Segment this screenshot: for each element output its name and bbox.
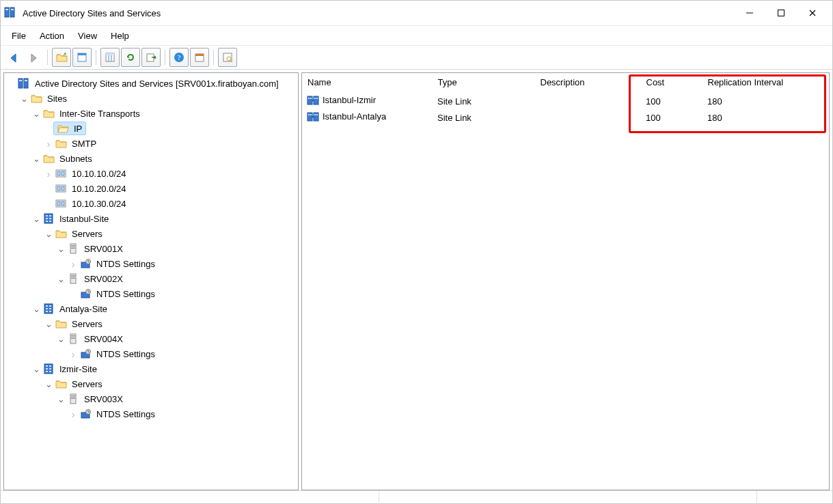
server-icon bbox=[67, 393, 79, 405]
tree-ntds-settings[interactable]: ›NTDS Settings bbox=[67, 256, 298, 271]
col-type[interactable]: Type bbox=[432, 73, 534, 93]
tree-panel[interactable]: Active Directory Sites and Services [SRV… bbox=[3, 72, 299, 490]
cell-name: Istanbul-Antalya bbox=[323, 111, 386, 122]
tree-site-label: Izmir-Site bbox=[57, 363, 99, 375]
tree-ntds-label: NTDS Settings bbox=[94, 348, 157, 360]
folder-icon bbox=[55, 378, 67, 390]
tree-subnets[interactable]: ⌄ Subnets bbox=[30, 151, 298, 166]
tree-ntds-settings[interactable]: ›NTDS Settings bbox=[67, 346, 298, 361]
chevron-down-icon[interactable]: ⌄ bbox=[31, 364, 41, 374]
menu-bar: File Action View Help bbox=[1, 26, 832, 46]
tree-site-izmir[interactable]: ⌄Izmir-Site bbox=[30, 361, 298, 376]
col-cost[interactable]: Cost bbox=[640, 73, 702, 93]
refresh-button[interactable] bbox=[121, 48, 140, 67]
subnet-icon bbox=[55, 182, 67, 195]
ntds-icon bbox=[79, 408, 92, 420]
tree-server-srv001x[interactable]: ⌄SRV001X bbox=[55, 241, 298, 256]
chevron-down-icon[interactable]: ⌄ bbox=[44, 229, 53, 238]
tree-servers[interactable]: ⌄Servers bbox=[42, 316, 298, 331]
maximize-button[interactable] bbox=[765, 3, 797, 23]
tree-server-label: SRV002X bbox=[82, 273, 125, 285]
subnet-icon bbox=[55, 197, 67, 210]
export-list-button[interactable] bbox=[100, 48, 120, 67]
table-row[interactable]: Istanbul-Antalya Site Link 100 180 bbox=[302, 109, 829, 126]
tree-ntds-label: NTDS Settings bbox=[94, 288, 157, 300]
chevron-right-icon[interactable]: › bbox=[68, 349, 78, 359]
chevron-right-icon[interactable]: › bbox=[68, 259, 78, 268]
tree-sites[interactable]: ⌄ Sites bbox=[18, 91, 298, 106]
cell-description bbox=[534, 93, 640, 109]
chevron-down-icon[interactable]: ⌄ bbox=[56, 394, 66, 404]
chevron-right-icon[interactable]: › bbox=[44, 139, 53, 148]
chevron-down-icon[interactable]: ⌄ bbox=[19, 94, 29, 103]
cell-cost: 100 bbox=[640, 93, 702, 109]
tree-smtp[interactable]: › SMTP bbox=[42, 136, 298, 151]
chevron-down-icon[interactable]: ⌄ bbox=[31, 154, 41, 163]
tree-ist-label: Inter-Site Transports bbox=[57, 108, 142, 120]
twisty-icon bbox=[7, 79, 16, 88]
tree-ntds-label: NTDS Settings bbox=[94, 408, 157, 420]
menu-file[interactable]: File bbox=[5, 29, 33, 42]
minimize-button[interactable] bbox=[734, 3, 765, 23]
col-description[interactable]: Description bbox=[534, 73, 640, 93]
tree-ntds-settings[interactable]: NTDS Settings bbox=[67, 286, 298, 301]
back-button[interactable] bbox=[3, 48, 23, 67]
up-folder-button[interactable] bbox=[52, 48, 71, 67]
properties-button[interactable] bbox=[72, 48, 92, 67]
chevron-down-icon[interactable]: ⌄ bbox=[56, 274, 66, 283]
close-button[interactable] bbox=[797, 3, 828, 23]
export-button[interactable] bbox=[141, 48, 161, 67]
tree-servers[interactable]: ⌄Servers bbox=[42, 376, 298, 391]
tree-server-srv004x[interactable]: ⌄SRV004X bbox=[55, 331, 298, 346]
tree-intersite-transports[interactable]: ⌄ Inter-Site Transports bbox=[30, 106, 298, 121]
details-panel[interactable]: Name Type Description Cost Replication I… bbox=[301, 72, 830, 490]
twisty-icon bbox=[68, 289, 78, 298]
chevron-right-icon[interactable]: › bbox=[68, 409, 78, 419]
tree-server-srv003x[interactable]: ⌄SRV003X bbox=[55, 391, 298, 406]
table-row[interactable]: Istanbul-Izmir Site Link 100 180 bbox=[302, 93, 829, 109]
chevron-right-icon[interactable]: › bbox=[44, 169, 53, 178]
chevron-down-icon[interactable]: ⌄ bbox=[44, 319, 53, 328]
tree-ntds-label: NTDS Settings bbox=[94, 258, 157, 270]
col-name[interactable]: Name bbox=[302, 73, 432, 93]
menu-action[interactable]: Action bbox=[33, 29, 71, 42]
help-button[interactable] bbox=[169, 48, 189, 67]
window-controls bbox=[734, 1, 828, 25]
tree-subnet[interactable]: 10.10.30.0/24 bbox=[42, 196, 298, 211]
toolbar-separator bbox=[96, 50, 96, 65]
server-icon bbox=[67, 242, 79, 255]
tree-server-label: SRV001X bbox=[82, 243, 125, 255]
forward-button[interactable] bbox=[24, 48, 43, 67]
chevron-down-icon[interactable]: ⌄ bbox=[31, 214, 41, 223]
chevron-down-icon[interactable]: ⌄ bbox=[56, 334, 66, 344]
tree-ip[interactable]: IP bbox=[42, 121, 298, 136]
chevron-down-icon[interactable]: ⌄ bbox=[44, 379, 53, 389]
tree-ntds-settings[interactable]: ›NTDS Settings bbox=[67, 406, 298, 421]
cell-type: Site Link bbox=[432, 93, 534, 109]
tree-servers[interactable]: ⌄Servers bbox=[42, 226, 298, 241]
status-cell bbox=[379, 491, 758, 504]
col-replication-interval[interactable]: Replication Interval bbox=[702, 73, 829, 93]
tree-site-antalya[interactable]: ⌄Antalya-Site bbox=[30, 301, 298, 316]
sitelink-icon bbox=[308, 111, 320, 124]
chevron-down-icon[interactable]: ⌄ bbox=[31, 304, 41, 313]
titlebar: Active Directory Sites and Services bbox=[1, 1, 832, 26]
tree-site-istanbul[interactable]: ⌄Istanbul-Site bbox=[30, 211, 298, 226]
chevron-down-icon[interactable]: ⌄ bbox=[31, 109, 41, 118]
tree-subnets-label: Subnets bbox=[57, 153, 94, 165]
schedule-button[interactable] bbox=[190, 48, 209, 67]
tree-subnet[interactable]: ›10.10.10.0/24 bbox=[42, 166, 298, 181]
find-button[interactable] bbox=[218, 48, 237, 67]
svg-rect-35 bbox=[778, 10, 784, 16]
menu-view[interactable]: View bbox=[71, 29, 104, 42]
tree-root[interactable]: Active Directory Sites and Services [SRV… bbox=[5, 76, 298, 91]
tree-servers-label: Servers bbox=[70, 228, 105, 240]
tree-subnet[interactable]: 10.10.20.0/24 bbox=[42, 181, 298, 196]
menu-help[interactable]: Help bbox=[104, 29, 136, 42]
column-headers: Name Type Description Cost Replication I… bbox=[302, 73, 829, 93]
tree-server-srv002x[interactable]: ⌄SRV002X bbox=[55, 271, 298, 286]
tree-site-label: Istanbul-Site bbox=[57, 213, 111, 225]
chevron-down-icon[interactable]: ⌄ bbox=[56, 244, 66, 253]
tree-subnet-label: 10.10.30.0/24 bbox=[70, 198, 128, 210]
details-table: Name Type Description Cost Replication I… bbox=[302, 73, 829, 126]
